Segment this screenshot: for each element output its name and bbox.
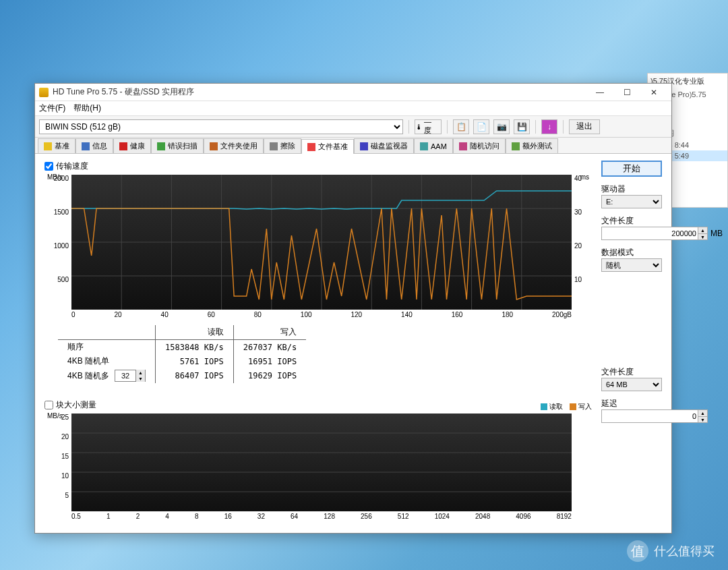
tab-icon (420, 142, 428, 150)
tab-文件基准[interactable]: 文件基准 (301, 139, 354, 154)
svg-rect-13 (71, 414, 572, 511)
transfer-chart: MB/s ms 200015001000500 40302010 (44, 175, 592, 310)
x-axis-upper: 020406080100120140160180200gB (71, 311, 572, 318)
separator (563, 120, 564, 134)
chart-canvas (71, 175, 572, 310)
menu-help[interactable]: 帮助(H) (73, 103, 101, 114)
file-length-label: 文件长度 (601, 215, 662, 227)
tab-icon (157, 142, 165, 150)
tab-基准[interactable]: 基准 (38, 138, 75, 153)
y-axis-left: 200015001000500 (44, 175, 71, 310)
separator (447, 120, 448, 134)
spin-up[interactable]: ▲ (698, 227, 708, 233)
block-size-label: 块大小测量 (56, 399, 96, 411)
minimize-button[interactable]: — (586, 85, 613, 100)
table-row: 顺序1583848 KB/s267037 KB/s (58, 340, 306, 355)
main-column: 传输速度 MB/s ms 200015001000500 (44, 161, 592, 520)
tab-健康[interactable]: 健康 (113, 138, 151, 153)
close-button[interactable]: ✕ (640, 85, 667, 100)
drive-label: 驱动器 (601, 183, 662, 195)
watermark-text: 什么值得买 (654, 543, 715, 559)
separator (535, 120, 536, 134)
data-mode-select[interactable]: 随机 (601, 258, 662, 272)
options-button[interactable]: ↓ (541, 119, 557, 134)
transfer-speed-label: 传输速度 (56, 161, 88, 172)
tab-icon (307, 143, 315, 151)
tab-icon (459, 142, 467, 150)
legend: 读取 写入 (541, 402, 592, 411)
tab-icon (210, 142, 218, 150)
tab-icon (270, 142, 278, 150)
maximize-button[interactable]: ☐ (613, 85, 640, 100)
block-size-chart: MB/s 252015105 (44, 414, 592, 511)
tab-icon (360, 142, 368, 150)
menubar: 文件(F) 帮助(H) (35, 101, 671, 116)
y-axis-right: 40302010 (572, 175, 592, 310)
file-length-input[interactable] (601, 227, 698, 240)
watermark: 值 什么值得买 (627, 540, 715, 562)
transfer-speed-checkbox[interactable] (44, 162, 53, 171)
y-left-unit: MB/s (47, 173, 63, 181)
delay-input[interactable] (601, 409, 698, 423)
table-row: 4KB 随机多▲▼86407 IOPS19629 IOPS (58, 368, 306, 383)
block-size-section: 块大小测量 读取 写入 MB/s 252015105 (44, 399, 592, 520)
file-length-unit: MB (710, 229, 723, 238)
col-write-header: 写入 (233, 325, 306, 340)
queue-depth-spinner[interactable]: ▲▼ (115, 370, 146, 382)
hdtune-window: HD Tune Pro 5.75 - 硬盘/SSD 实用程序 — ☐ ✕ 文件(… (34, 83, 672, 534)
data-mode-label: 数据模式 (601, 247, 662, 258)
tab-额外测试[interactable]: 额外测试 (506, 138, 558, 153)
y-axis-left-lower: 252015105 (44, 414, 71, 511)
results-table: 读取 写入 顺序1583848 KB/s267037 KB/s4KB 随机单57… (58, 325, 306, 383)
spin-up[interactable]: ▲ (698, 409, 708, 416)
tab-信息[interactable]: 信息 (75, 138, 113, 153)
legend-read-swatch (541, 403, 547, 410)
copy-info-button[interactable]: 📋 (453, 119, 469, 134)
file-length2-label: 文件长度 (601, 366, 662, 378)
tab-icon (119, 142, 127, 150)
tab-擦除[interactable]: 擦除 (264, 138, 301, 153)
menu-file[interactable]: 文件(F) (39, 103, 65, 114)
screenshot-button[interactable]: 📷 (493, 119, 510, 134)
tab-icon (512, 142, 520, 150)
legend-write-swatch (570, 403, 576, 410)
tab-随机访问[interactable]: 随机访问 (453, 138, 506, 153)
separator (408, 120, 409, 134)
content-area: 传输速度 MB/s ms 200015001000500 (35, 154, 671, 527)
x-axis-lower: 0.512481632641282565121024204840968192 (71, 513, 572, 520)
titlebar: HD Tune Pro 5.75 - 硬盘/SSD 实用程序 — ☐ ✕ (35, 84, 671, 101)
transfer-speed-checkbox-row: 传输速度 (44, 161, 592, 172)
file-length2-select[interactable]: 64 MB (601, 378, 662, 391)
watermark-icon: 值 (627, 540, 648, 562)
drive-letter-select[interactable]: E: (601, 195, 662, 208)
save-button[interactable]: 💾 (514, 119, 530, 134)
y-left-unit-lower: MB/s (47, 412, 63, 420)
block-size-checkbox[interactable] (44, 401, 53, 409)
tab-AAM[interactable]: AAM (414, 138, 453, 153)
tab-错误扫描[interactable]: 错误扫描 (151, 138, 204, 153)
tab-磁盘监视器[interactable]: 磁盘监视器 (354, 138, 414, 153)
tab-icon (44, 142, 52, 150)
spin-down[interactable]: ▼ (698, 416, 708, 423)
toolbar: BIWIN SSD (512 gB) 🌡 — 度 📋 📄 📷 💾 ↓ 退出 (35, 116, 671, 138)
tab-strip: 基准信息健康错误扫描文件夹使用擦除文件基准磁盘监视器AAM随机访问额外测试 (35, 138, 671, 154)
window-title: HD Tune Pro 5.75 - 硬盘/SSD 实用程序 (53, 86, 586, 98)
table-row: 4KB 随机单5761 IOPS16951 IOPS (58, 354, 306, 368)
delay-label: 延迟 (601, 398, 662, 409)
copy-screenshot-button[interactable]: 📄 (473, 119, 489, 134)
temperature-display: 🌡 — 度 (415, 119, 442, 134)
thermometer-icon: 🌡 (415, 123, 423, 131)
col-read-header: 读取 (156, 325, 234, 340)
exit-button[interactable]: 退出 (569, 119, 600, 134)
spin-down[interactable]: ▼ (698, 233, 708, 240)
drive-select[interactable]: BIWIN SSD (512 gB) (39, 119, 403, 134)
tab-文件夹使用[interactable]: 文件夹使用 (204, 138, 264, 153)
start-button[interactable]: 开始 (601, 161, 662, 177)
y-right-unit: ms (580, 173, 589, 181)
app-icon (39, 88, 49, 97)
tab-icon (82, 142, 90, 150)
side-panel: 开始 驱动器 E: 文件长度 ▲▼ MB 数据模式 随机 (601, 161, 662, 520)
